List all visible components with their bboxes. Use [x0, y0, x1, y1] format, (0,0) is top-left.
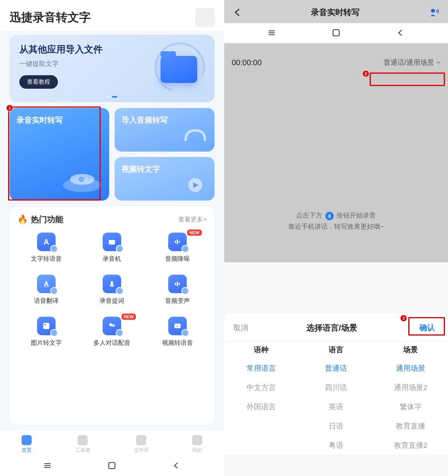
back-sys-icon[interactable]	[172, 461, 181, 470]
feature-realtime-transcribe[interactable]: 录音实时转写	[10, 108, 109, 201]
picker-col-language[interactable]: 普通话 四川话 英语 日语 粤语	[299, 363, 374, 451]
tab-toolbox[interactable]: 工具箱	[75, 435, 90, 454]
home-icon	[22, 435, 32, 445]
home-sys-icon[interactable]	[108, 461, 116, 470]
hot-item-teleprompter[interactable]: 录音提词	[81, 275, 143, 305]
mic-icon	[325, 212, 334, 220]
menu-icon[interactable]	[267, 29, 276, 37]
annotation-badge-3: 3	[400, 315, 407, 322]
see-more-link[interactable]: 查看更多>	[178, 216, 206, 224]
recording-hint: 点击下方 按钮开始录音 靠近手机讲话，转写效果更好哦~	[224, 210, 448, 233]
hot-title: 🔥 热门功能	[17, 214, 63, 225]
hot-item-translate[interactable]: A 语音翻译	[15, 275, 77, 305]
record-icon	[51, 150, 105, 197]
tab-home[interactable]: 首页	[22, 435, 32, 454]
back-sys-icon[interactable]	[396, 29, 405, 37]
avatar[interactable]	[195, 8, 215, 27]
hot-item-tts[interactable]: A 文字转语音	[15, 233, 77, 263]
svg-rect-18	[329, 214, 330, 217]
svg-rect-5	[177, 240, 178, 244]
flame-icon: 🔥	[17, 214, 28, 224]
svg-rect-19	[333, 30, 339, 36]
svg-point-13	[109, 323, 112, 326]
toolbox-icon	[78, 435, 88, 445]
svg-point-1	[70, 174, 95, 185]
folder-icon	[136, 435, 146, 445]
picker-col-language-type[interactable]: 常用语言 中文方言 外国语言	[224, 363, 299, 451]
picker-col-scene[interactable]: 通用场景 通用场景2 繁体字 教育直播 教育直播2	[374, 363, 448, 451]
app-title: 迅捷录音转文字	[10, 10, 91, 25]
svg-rect-6	[179, 241, 180, 243]
picker-tab-language: 语言	[299, 345, 374, 355]
new-badge: NEW	[122, 314, 136, 320]
language-selector[interactable]: 普通话/通用场景	[380, 56, 444, 69]
svg-rect-4	[175, 241, 176, 243]
promo-banner[interactable]: 从其他应用导入文件 一键提取文字 查看教程	[10, 35, 215, 102]
hot-item-recorder[interactable]: 录音机	[81, 233, 143, 263]
svg-rect-16	[109, 462, 115, 469]
picker-tab-scene: 场景	[374, 345, 448, 355]
feature-import-audio[interactable]: 导入音频转写	[115, 108, 214, 152]
feature-label: 录音实时转写	[17, 116, 63, 124]
cancel-button[interactable]: 取消	[233, 323, 248, 333]
annotation-badge-2: 2	[362, 70, 369, 77]
hot-features-panel: 🔥 热门功能 查看更多> A 文字转语音 录音机 NEW 音频降噪 A 语音翻译	[10, 206, 215, 425]
feature-label: 视频转文字	[122, 165, 160, 173]
svg-rect-10	[179, 283, 180, 285]
language-picker-sheet: 取消 选择语言/场景 确认 3 语种 语言 场景 常用语言 中文方言 外国语言 …	[224, 313, 448, 454]
folder-icon	[147, 41, 209, 96]
feature-video-to-text[interactable]: 视频转文字	[115, 157, 214, 201]
svg-rect-3	[109, 240, 115, 245]
menu-icon[interactable]	[43, 461, 52, 470]
hot-item-voice-change[interactable]: 音频变声	[147, 275, 208, 305]
system-nav-bar	[224, 23, 448, 43]
annotation-badge-1: 1	[6, 105, 13, 111]
carousel-dots	[107, 96, 117, 98]
new-badge: NEW	[187, 230, 202, 236]
svg-point-12	[44, 324, 46, 326]
hot-item-multi-dub[interactable]: NEW 多人对话配音	[81, 317, 143, 347]
system-nav-bar	[0, 456, 224, 476]
app-header: 迅捷录音转文字	[0, 0, 224, 31]
headphone-icon	[176, 121, 211, 148]
svg-rect-7	[111, 281, 113, 286]
bottom-tabbar: 首页 工具箱 文件库 我的	[0, 430, 224, 456]
profile-icon	[192, 435, 202, 445]
picker-tab-language-type: 语种	[224, 345, 299, 355]
timer-display: 00:00:00	[232, 58, 262, 67]
svg-rect-8	[175, 283, 176, 285]
play-icon	[176, 170, 211, 197]
hot-item-video-tts[interactable]: 视频转语音	[147, 317, 208, 347]
svg-rect-9	[177, 282, 178, 286]
confirm-button[interactable]: 确认	[416, 320, 439, 335]
hot-item-denoise[interactable]: NEW 音频降噪	[147, 233, 208, 263]
tab-mine[interactable]: 我的	[192, 435, 202, 454]
sheet-title: 选择语言/场景	[306, 322, 357, 333]
svg-point-14	[112, 324, 115, 327]
banner-button[interactable]: 查看教程	[19, 75, 58, 89]
hot-item-ocr[interactable]: 图片转文字	[15, 317, 77, 347]
svg-rect-11	[43, 323, 49, 329]
home-sys-icon[interactable]	[332, 29, 340, 37]
tab-files[interactable]: 文件库	[134, 435, 149, 454]
chevron-up-icon	[436, 60, 441, 65]
feature-label: 导入音频转写	[122, 116, 168, 124]
